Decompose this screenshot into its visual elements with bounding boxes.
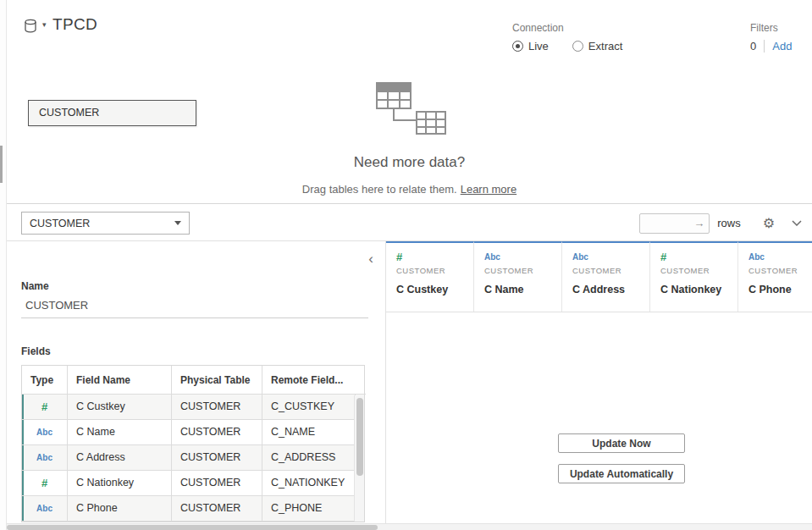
fields-label: Fields <box>21 345 51 357</box>
horizontal-scrollbar[interactable] <box>7 523 812 530</box>
field-type-number-icon: # <box>22 471 68 496</box>
fields-scrollbar[interactable] <box>354 395 364 522</box>
tables-illustration <box>366 81 464 146</box>
data-grid-panel: # CUSTOMER C Custkey Abc CUSTOMER C Name… <box>385 241 812 523</box>
remote-field-cell: C_PHONE <box>262 496 356 522</box>
data-grid-header: # CUSTOMER C Custkey Abc CUSTOMER C Name… <box>386 241 812 312</box>
connection-label: Connection <box>512 22 622 34</box>
name-label: Name <box>21 280 49 292</box>
chevron-down-icon[interactable] <box>792 220 802 226</box>
column-field-name: C Nationkey <box>660 284 727 295</box>
connection-options: Live Extract <box>512 40 622 52</box>
field-name-cell: C Name <box>68 420 172 445</box>
filters-count: 0 <box>750 40 756 52</box>
empty-subtitle-text: Drag tables here to relate them. <box>302 183 457 196</box>
data-grid-body: Update Now Update Automatically <box>386 312 812 522</box>
field-type-number-icon: # <box>22 395 68 420</box>
field-type-string-icon: Abc <box>484 251 551 263</box>
field-type-string-icon: Abc <box>22 420 68 445</box>
radio-extract[interactable] <box>572 41 583 52</box>
field-name-cell: C Custkey <box>68 395 172 420</box>
column-table-name: CUSTOMER <box>748 266 812 275</box>
datasource-menu[interactable]: ▾ <box>24 19 47 35</box>
column-table-name: CUSTOMER <box>572 266 639 275</box>
column-field-name: C Custkey <box>396 284 463 295</box>
scrollbar-thumb[interactable] <box>7 525 378 530</box>
relationship-canvas[interactable]: CUSTOMER Need m <box>7 76 812 203</box>
top-header: ▾ TPCD Connection Live Extract Filters 0… <box>7 0 812 76</box>
radio-live-label[interactable]: Live <box>528 40 549 52</box>
datasource-title: TPCD <box>52 15 97 34</box>
empty-state-title: Need more data? <box>7 154 812 171</box>
col-header-physical-table[interactable]: Physical Table <box>172 366 262 395</box>
arrow-right-icon: → <box>693 217 704 229</box>
physical-table-cell: CUSTOMER <box>172 445 262 471</box>
update-automatically-button[interactable]: Update Automatically <box>558 464 685 483</box>
radio-live[interactable] <box>512 41 523 52</box>
col-header-remote-field[interactable]: Remote Field... <box>262 366 366 395</box>
name-underline <box>21 317 368 318</box>
field-row[interactable]: Abc C Name CUSTOMER C_NAME <box>22 420 364 445</box>
filters-label: Filters <box>750 22 792 34</box>
update-now-button[interactable]: Update Now <box>558 433 685 453</box>
table-selector-value: CUSTOMER <box>30 218 90 229</box>
logical-table-toolbar: CUSTOMER → rows ⚙ <box>7 203 812 241</box>
field-type-string-icon: Abc <box>748 251 812 263</box>
pane-resize-handle[interactable] <box>0 146 3 183</box>
fields-table-header: Type Field Name Physical Table Remote Fi… <box>22 366 364 395</box>
gear-icon[interactable]: ⚙ <box>763 217 775 230</box>
column-table-name: CUSTOMER <box>484 266 551 275</box>
field-type-string-icon: Abc <box>22 445 68 471</box>
chevron-down-icon: ▾ <box>42 20 47 29</box>
field-type-number-icon: # <box>660 251 727 263</box>
filters-add-link[interactable]: Add <box>764 40 792 52</box>
filters-row: 0 Add <box>750 40 792 52</box>
name-value[interactable]: CUSTOMER <box>25 299 88 312</box>
row-limit-box: → <box>639 213 710 234</box>
physical-table-cell: CUSTOMER <box>172 420 262 445</box>
empty-state-subtitle: Drag tables here to relate them.Learn mo… <box>7 183 812 196</box>
database-icon <box>24 19 41 35</box>
collapse-panel-icon[interactable]: ‹ <box>368 251 373 266</box>
grid-column-header[interactable]: Abc CUSTOMER C Address <box>562 241 650 312</box>
col-header-field-name[interactable]: Field Name <box>68 366 172 395</box>
scrollbar-thumb[interactable] <box>356 398 363 476</box>
grid-column-header[interactable]: Abc CUSTOMER C Name <box>474 241 562 312</box>
field-type-number-icon: # <box>396 251 463 263</box>
connection-section: Connection Live Extract <box>512 22 622 52</box>
column-table-name: CUSTOMER <box>396 266 463 275</box>
column-field-name: C Phone <box>748 284 812 295</box>
grid-column-header[interactable]: # CUSTOMER C Custkey <box>386 241 474 312</box>
left-pane-collapsed-edge[interactable] <box>0 0 7 530</box>
field-type-string-icon: Abc <box>572 251 639 263</box>
tableau-datasource-page: ▾ TPCD Connection Live Extract Filters 0… <box>0 0 812 530</box>
grid-column-header[interactable]: Abc CUSTOMER C Phone <box>738 241 812 312</box>
fields-table: Type Field Name Physical Table Remote Fi… <box>21 365 365 522</box>
grid-column-header[interactable]: # CUSTOMER C Nationkey <box>650 241 738 312</box>
table-card-customer[interactable]: CUSTOMER <box>28 100 196 126</box>
field-row[interactable]: # C Nationkey CUSTOMER C_NATIONKEY <box>22 471 364 496</box>
field-row[interactable]: Abc C Phone CUSTOMER C_PHONE <box>22 496 364 522</box>
column-field-name: C Name <box>484 284 551 295</box>
column-table-name: CUSTOMER <box>660 266 727 275</box>
remote-field-cell: C_CUSTKEY <box>262 395 356 420</box>
field-row[interactable]: Abc C Address CUSTOMER C_ADDRESS <box>22 445 364 471</box>
table-details-panel: ‹ Name CUSTOMER Fields Type Field Name P… <box>7 241 385 523</box>
row-limit-group: → rows ⚙ <box>639 212 802 235</box>
remote-field-cell: C_ADDRESS <box>262 445 356 471</box>
rows-label: rows <box>717 217 740 229</box>
table-selector-dropdown[interactable]: CUSTOMER <box>21 212 190 235</box>
physical-table-cell: CUSTOMER <box>172 471 262 496</box>
physical-table-cell: CUSTOMER <box>172 496 262 522</box>
field-name-cell: C Nationkey <box>68 471 172 496</box>
physical-table-cell: CUSTOMER <box>172 395 262 420</box>
field-name-cell: C Phone <box>68 496 172 522</box>
column-field-name: C Address <box>572 284 639 295</box>
learn-more-link[interactable]: Learn more <box>461 183 516 196</box>
field-type-string-icon: Abc <box>22 496 68 522</box>
remote-field-cell: C_NAME <box>262 420 356 445</box>
field-row[interactable]: # C Custkey CUSTOMER C_CUSTKEY <box>22 395 364 420</box>
chevron-down-icon <box>174 221 181 225</box>
col-header-type[interactable]: Type <box>22 366 68 395</box>
radio-extract-label[interactable]: Extract <box>588 40 622 52</box>
